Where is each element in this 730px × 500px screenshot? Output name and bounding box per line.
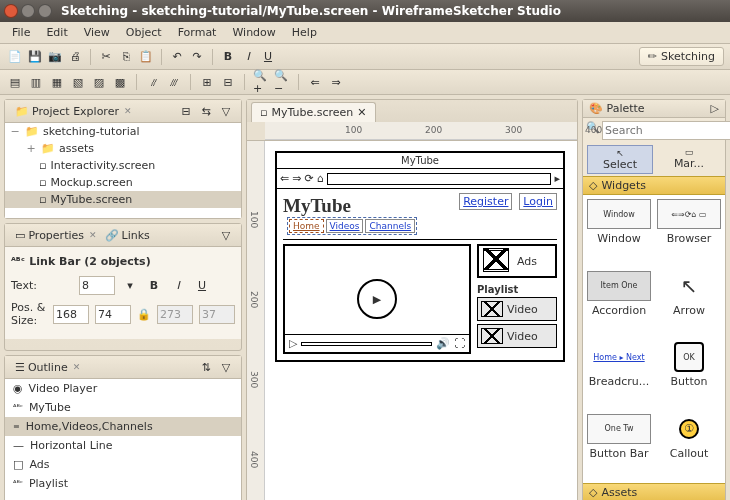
paste-icon[interactable]: 📋 xyxy=(137,48,155,66)
links-tab[interactable]: 🔗 Links xyxy=(101,227,154,244)
camera-icon[interactable]: 📷 xyxy=(46,48,64,66)
align-middle-icon[interactable]: ▨ xyxy=(90,73,108,91)
outline-item[interactable]: □Ads xyxy=(5,455,241,474)
canvas[interactable]: MyTube ⇐ ⇒ ⟳ ⌂ ▸ Register Log xyxy=(265,141,577,500)
menu-edit[interactable]: Edit xyxy=(38,24,75,41)
project-explorer-tab[interactable]: 📁 Project Explorer ✕ xyxy=(11,103,135,120)
view-menu-icon[interactable]: ▽ xyxy=(217,226,235,244)
align-left-icon[interactable]: ▤ xyxy=(6,73,24,91)
palette-section-assets[interactable]: ◇Assets xyxy=(583,483,725,500)
view-menu-icon[interactable]: ▽ xyxy=(217,102,235,120)
bold-button[interactable]: B xyxy=(145,277,163,295)
project-tree[interactable]: −📁 sketching-tutorial +📁 assets ▫ Intera… xyxy=(5,123,241,218)
palette-section-widgets[interactable]: ◇Widgets xyxy=(583,176,725,195)
wf-register-link[interactable]: Register xyxy=(459,193,512,210)
wf-playlist-item[interactable]: Video xyxy=(477,297,557,321)
sort-icon[interactable]: ⇅ xyxy=(197,358,215,376)
bold-icon[interactable]: B xyxy=(219,48,237,66)
lock-icon[interactable]: 🔒 xyxy=(137,308,151,321)
align-right-icon[interactable]: ▦ xyxy=(48,73,66,91)
menu-view[interactable]: View xyxy=(76,24,118,41)
menu-help[interactable]: Help xyxy=(284,24,325,41)
save-icon[interactable]: 💾 xyxy=(26,48,44,66)
new-icon[interactable]: 📄 xyxy=(6,48,24,66)
editor-tab[interactable]: ▫ MyTube.screen ✕ xyxy=(251,102,376,122)
tree-file[interactable]: ▫ Interactivity.screen xyxy=(5,157,241,174)
tree-file[interactable]: ▫ Mockup.screen xyxy=(5,174,241,191)
wf-linkbar-selected[interactable]: Home Videos Channels xyxy=(287,217,417,235)
outline-item[interactable]: —Horizontal Line xyxy=(5,436,241,455)
palette-widget-accordion[interactable]: Item OneAccordion xyxy=(587,271,651,337)
distribute-v-icon[interactable]: ⫻ xyxy=(165,73,183,91)
wireframe-browser[interactable]: MyTube ⇐ ⇒ ⟳ ⌂ ▸ Register Log xyxy=(275,151,565,362)
outline-tab[interactable]: ☰ Outline ✕ xyxy=(11,359,84,376)
link-editor-icon[interactable]: ⇆ xyxy=(197,102,215,120)
outline-list[interactable]: ◉Video Player ᴬᴮᶜMyTube ≡Home,Videos,Cha… xyxy=(5,379,241,500)
view-menu-icon[interactable]: ▽ xyxy=(217,358,235,376)
pos-x-input[interactable] xyxy=(53,305,89,324)
palette-tool-marquee[interactable]: ▭Mar... xyxy=(657,145,721,174)
close-tab-icon[interactable]: ✕ xyxy=(357,106,366,119)
align-top-icon[interactable]: ▧ xyxy=(69,73,87,91)
wf-login-link[interactable]: Login xyxy=(519,193,557,210)
properties-tab[interactable]: ▭ Properties ✕ xyxy=(11,227,101,244)
distribute-h-icon[interactable]: ⫽ xyxy=(144,73,162,91)
undo-icon[interactable]: ↶ xyxy=(168,48,186,66)
nav-back-icon[interactable]: ⇐ xyxy=(306,73,324,91)
font-dropdown-icon[interactable]: ▾ xyxy=(121,277,139,295)
print-icon[interactable]: 🖨 xyxy=(66,48,84,66)
wf-playlist-item[interactable]: Video xyxy=(477,324,557,348)
palette-widget-arrow[interactable]: ↖Arrow xyxy=(657,271,721,337)
wf-nav-home[interactable]: Home xyxy=(289,219,324,233)
tree-project[interactable]: −📁 sketching-tutorial xyxy=(5,123,241,140)
palette-widget-breadcrumb[interactable]: Home ▸ NextBreadcru... xyxy=(587,342,651,408)
outline-panel: ☰ Outline ✕ ⇅▽ ◉Video Player ᴬᴮᶜMyTube ≡… xyxy=(4,355,242,500)
ungroup-icon[interactable]: ⊟ xyxy=(219,73,237,91)
size-h-input[interactable] xyxy=(199,305,235,324)
tree-file-selected[interactable]: ▫ MyTube.screen xyxy=(5,191,241,208)
menu-format[interactable]: Format xyxy=(170,24,225,41)
window-titlebar: Sketching - sketching-tutorial/MyTube.sc… xyxy=(0,0,730,22)
palette-widget-buttonbar[interactable]: One TwButton Bar xyxy=(587,414,651,480)
sketching-button[interactable]: ✏ Sketching xyxy=(639,47,724,66)
nav-fwd-icon[interactable]: ⇒ xyxy=(327,73,345,91)
outline-item[interactable]: ◉Video Player xyxy=(5,379,241,398)
window-close-icon[interactable] xyxy=(4,4,18,18)
copy-icon[interactable]: ⎘ xyxy=(117,48,135,66)
size-w-input[interactable] xyxy=(157,305,193,324)
window-minimize-icon[interactable] xyxy=(21,4,35,18)
outline-item[interactable]: ᴬᴮᶜMyTube xyxy=(5,398,241,417)
wf-nav-videos[interactable]: Videos xyxy=(326,219,364,233)
cut-icon[interactable]: ✂ xyxy=(97,48,115,66)
tree-folder-assets[interactable]: +📁 assets xyxy=(5,140,241,157)
window-maximize-icon[interactable] xyxy=(38,4,52,18)
underline-button[interactable]: U xyxy=(193,277,211,295)
align-bottom-icon[interactable]: ▩ xyxy=(111,73,129,91)
palette-widget-window[interactable]: WindowWindow xyxy=(587,199,651,265)
zoom-out-icon[interactable]: 🔍− xyxy=(273,73,291,91)
italic-button[interactable]: I xyxy=(169,277,187,295)
palette-collapse-icon[interactable]: ▷ xyxy=(711,102,719,115)
wf-video-player[interactable]: ▶ ▷ 🔊 ⛶ xyxy=(283,244,471,354)
pos-y-input[interactable] xyxy=(95,305,131,324)
menu-file[interactable]: File xyxy=(4,24,38,41)
palette-widget-callout[interactable]: ①Callout xyxy=(657,414,721,480)
wf-nav-channels[interactable]: Channels xyxy=(365,219,415,233)
palette-tool-select[interactable]: ↖Select xyxy=(587,145,653,174)
redo-icon[interactable]: ↷ xyxy=(188,48,206,66)
underline-icon[interactable]: U xyxy=(259,48,277,66)
group-icon[interactable]: ⊞ xyxy=(198,73,216,91)
palette-search-input[interactable] xyxy=(602,121,730,140)
font-size-input[interactable] xyxy=(79,276,115,295)
outline-item-selected[interactable]: ≡Home,Videos,Channels xyxy=(5,417,241,436)
wf-ads-box[interactable]: Ads xyxy=(477,244,557,278)
menu-window[interactable]: Window xyxy=(224,24,283,41)
align-center-icon[interactable]: ▥ xyxy=(27,73,45,91)
outline-item[interactable]: ᴬᴮᶜPlaylist xyxy=(5,474,241,493)
italic-icon[interactable]: I xyxy=(239,48,257,66)
palette-widget-browser[interactable]: ⇐⇒⟳⌂ ▭Browser xyxy=(657,199,721,265)
menu-object[interactable]: Object xyxy=(118,24,170,41)
zoom-in-icon[interactable]: 🔍+ xyxy=(252,73,270,91)
palette-widget-button[interactable]: OKButton xyxy=(657,342,721,408)
collapse-all-icon[interactable]: ⊟ xyxy=(177,102,195,120)
